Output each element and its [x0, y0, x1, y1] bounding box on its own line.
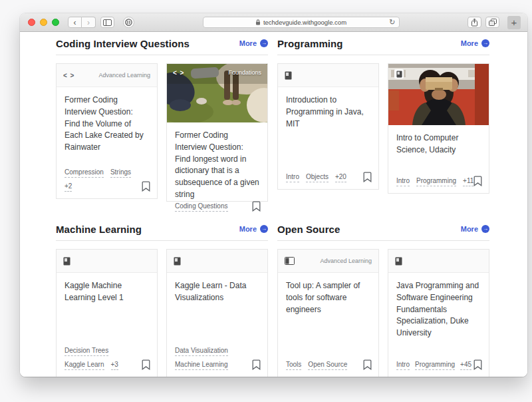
bookmark-icon[interactable]	[363, 359, 372, 370]
tag-more-count[interactable]: +2	[65, 182, 72, 192]
section-coding-interview-questions: Coding Interview Questions More → < > Ad…	[56, 36, 268, 202]
zoom-window-button[interactable]	[52, 19, 59, 26]
tag[interactable]: Objects	[306, 173, 329, 182]
code-icon: < >	[63, 72, 74, 79]
toolbar-center: techdevguide.withgoogle.com ↻	[139, 17, 463, 28]
tag[interactable]: Compression	[65, 168, 104, 178]
card-duke-java[interactable]: Java Programming and Software Engineerin…	[388, 249, 489, 377]
tag[interactable]: Data Visualization	[175, 347, 228, 356]
arrow-right-icon: →	[260, 39, 268, 47]
course-icon	[174, 257, 181, 266]
tag-more-count[interactable]: +45	[460, 361, 471, 370]
bookmark-icon[interactable]	[252, 359, 261, 370]
card-title[interactable]: Tool up: A sampler of tools for software…	[286, 280, 370, 315]
card-kaggle-ml[interactable]: Kaggle Machine Learning Level 1 Decision…	[56, 249, 158, 377]
tag[interactable]: Kaggle Learn	[65, 361, 104, 370]
share-icon	[471, 18, 478, 27]
tag[interactable]: Programming	[416, 177, 456, 186]
tag[interactable]: Programming	[415, 361, 455, 370]
new-tab-button[interactable]: +	[507, 16, 521, 29]
more-link[interactable]: More →	[461, 39, 489, 47]
tabs-icon	[489, 19, 497, 26]
sidebar-toggle-button[interactable]	[100, 17, 114, 28]
more-link[interactable]: More →	[239, 39, 268, 47]
section-programming: Programming More →	[277, 36, 489, 194]
code-icon: < >	[173, 69, 184, 77]
tag-more-count[interactable]: +3	[111, 361, 118, 370]
card-tool-up[interactable]: Advanced Learning Tool up: A sampler of …	[277, 249, 379, 377]
tag[interactable]: Open Source	[308, 361, 347, 370]
course-icon	[63, 257, 70, 266]
course-icon-chip	[394, 69, 404, 79]
arrow-right-icon: →	[260, 225, 268, 233]
browser-window: ‹ › techdevguide.withgoogle.com	[20, 13, 527, 377]
card-photo-vr-headset	[388, 64, 489, 125]
tag-more-count[interactable]: +20	[335, 173, 346, 182]
card-photo-green-carpet: < > Foundations	[167, 64, 267, 122]
toolbar-right: +	[467, 16, 521, 29]
card-rainwater[interactable]: < > Advanced Learning Former Coding Inte…	[56, 63, 158, 199]
more-label: More	[461, 225, 478, 233]
tag[interactable]: Strings	[110, 168, 131, 178]
section-title: Open Source	[277, 224, 340, 235]
more-label: More	[461, 39, 478, 47]
tab-overview-button[interactable]	[485, 17, 499, 28]
extension-button[interactable]	[123, 17, 134, 28]
bookmark-icon[interactable]	[252, 201, 261, 212]
tag[interactable]: Intro	[396, 177, 410, 186]
bookmark-icon[interactable]	[363, 172, 372, 182]
bookmark-icon[interactable]	[473, 176, 482, 186]
more-label: More	[239, 39, 257, 47]
course-icon	[395, 257, 402, 266]
card-title[interactable]: Kaggle Machine Learning Level 1	[65, 280, 149, 304]
card-title[interactable]: Former Coding Interview Question: Find l…	[175, 130, 259, 201]
card-badge: Advanced Learning	[320, 258, 372, 264]
bookmark-icon[interactable]	[142, 181, 150, 192]
more-link[interactable]: More →	[461, 225, 489, 233]
card-badge: Advanced Learning	[98, 72, 150, 79]
tag[interactable]: Decision Trees	[65, 347, 108, 356]
section-title: Machine Learning	[56, 224, 142, 235]
card-title[interactable]: Java Programming and Software Engineerin…	[396, 280, 481, 339]
tag[interactable]: Intro	[286, 173, 299, 182]
forward-button[interactable]: ›	[82, 17, 96, 28]
bookmark-icon[interactable]	[142, 359, 150, 370]
card-kaggle-dataviz[interactable]: Kaggle Learn - Data Visualizations Data …	[166, 249, 268, 377]
article-icon	[285, 257, 295, 265]
tag[interactable]: Intro	[396, 361, 410, 370]
card-header: < > Advanced Learning	[57, 64, 157, 87]
card-header	[388, 250, 489, 273]
course-icon	[285, 71, 292, 80]
lock-icon	[255, 19, 261, 25]
tag[interactable]: Coding Questions	[175, 202, 228, 212]
bookmark-icon[interactable]	[473, 359, 482, 370]
course-icon	[396, 71, 402, 78]
address-bar[interactable]: techdevguide.withgoogle.com ↻	[203, 17, 400, 28]
card-title[interactable]: Former Coding Interview Question: Find t…	[65, 95, 149, 154]
arrow-right-icon: →	[481, 39, 489, 47]
card-java-mit[interactable]: Introduction to Programming in Java, MIT…	[277, 63, 379, 190]
close-window-button[interactable]	[28, 19, 35, 26]
section-divider	[56, 55, 268, 55]
section-machine-learning: Machine Learning More →	[56, 222, 268, 377]
extension-icon	[125, 19, 132, 26]
minimize-window-button[interactable]	[40, 19, 47, 26]
browser-toolbar: ‹ › techdevguide.withgoogle.com	[20, 13, 527, 32]
card-header	[167, 250, 267, 273]
section-open-source: Open Source More →	[277, 222, 489, 377]
window-controls	[28, 19, 59, 26]
section-divider	[277, 55, 489, 55]
tag[interactable]: Tools	[286, 361, 301, 370]
card-title[interactable]: Kaggle Learn - Data Visualizations	[175, 280, 259, 304]
page-content: Coding Interview Questions More → < > Ad…	[20, 32, 527, 377]
more-link[interactable]: More →	[239, 225, 268, 233]
tag[interactable]: Machine Learning	[175, 361, 228, 370]
card-title[interactable]: Introduction to Programming in Java, MIT	[286, 95, 370, 130]
card-udacity-cs[interactable]: Intro to Computer Science, Udacity Intro…	[388, 63, 489, 194]
card-title[interactable]: Intro to Computer Science, Udacity	[396, 132, 481, 156]
reload-icon[interactable]: ↻	[389, 18, 395, 27]
back-button[interactable]: ‹	[68, 17, 82, 28]
tag-more-count[interactable]: +11	[463, 177, 473, 186]
card-longest-word[interactable]: < > Foundations Former Coding Interview …	[166, 63, 268, 202]
share-button[interactable]	[467, 17, 481, 28]
